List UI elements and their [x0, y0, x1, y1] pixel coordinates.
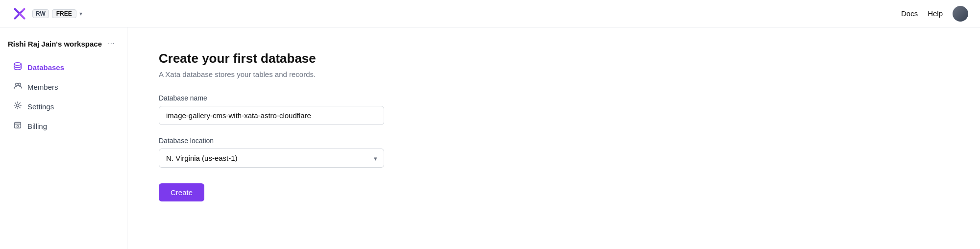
topnav-left: RW FREE ▾ [12, 6, 82, 22]
sidebar-item-databases[interactable]: Databases [8, 58, 119, 76]
page-title: Create your first database [159, 51, 949, 66]
workspace-name-label: Rishi Raj Jain's workspace [8, 40, 102, 48]
sidebar-item-members[interactable]: Members [8, 77, 119, 96]
xata-logo-icon[interactable] [12, 6, 27, 22]
workspace-title-row: Rishi Raj Jain's workspace ··· [8, 39, 119, 48]
user-avatar[interactable] [953, 6, 968, 22]
more-options-icon[interactable]: ··· [108, 39, 114, 48]
main-content: Create your first database A Xata databa… [127, 27, 980, 249]
db-location-label: Database location [159, 137, 949, 145]
members-label: Members [27, 83, 58, 91]
workspace-chevron-icon[interactable]: ▾ [79, 10, 82, 17]
db-name-label: Database name [159, 94, 949, 102]
billing-label: Billing [27, 122, 47, 130]
docs-link[interactable]: Docs [901, 9, 918, 18]
db-name-group: Database name [159, 94, 949, 125]
sidebar-item-settings[interactable]: Settings [8, 97, 119, 116]
members-icon [13, 81, 23, 92]
sidebar-item-billing[interactable]: Billing [8, 117, 119, 135]
svg-point-2 [18, 83, 21, 86]
free-badge: FREE [52, 9, 76, 18]
db-location-select-wrapper: N. Virginia (us-east-1) EU West (eu-west… [159, 149, 384, 168]
settings-label: Settings [27, 102, 54, 111]
svg-point-3 [16, 104, 19, 106]
sidebar-navigation: Databases Members Settings Billing [8, 58, 119, 135]
workspace-badge[interactable]: RW FREE ▾ [32, 9, 82, 18]
databases-icon [13, 62, 23, 73]
db-location-group: Database location N. Virginia (us-east-1… [159, 137, 949, 168]
create-button[interactable]: Create [159, 183, 204, 201]
main-layout: Rishi Raj Jain's workspace ··· Databases… [0, 27, 980, 249]
svg-point-5 [17, 125, 19, 127]
help-link[interactable]: Help [928, 9, 943, 18]
rw-badge: RW [32, 9, 49, 18]
top-navigation: RW FREE ▾ Docs Help [0, 0, 980, 27]
sidebar: Rishi Raj Jain's workspace ··· Databases… [0, 27, 127, 249]
topnav-right: Docs Help [901, 6, 968, 22]
svg-point-0 [14, 63, 21, 65]
avatar-image [953, 6, 968, 22]
page-subtitle: A Xata database stores your tables and r… [159, 70, 949, 78]
settings-icon [13, 101, 23, 112]
databases-label: Databases [27, 63, 64, 72]
db-location-select[interactable]: N. Virginia (us-east-1) EU West (eu-west… [159, 149, 384, 168]
billing-icon [13, 121, 23, 131]
db-name-input[interactable] [159, 106, 384, 125]
